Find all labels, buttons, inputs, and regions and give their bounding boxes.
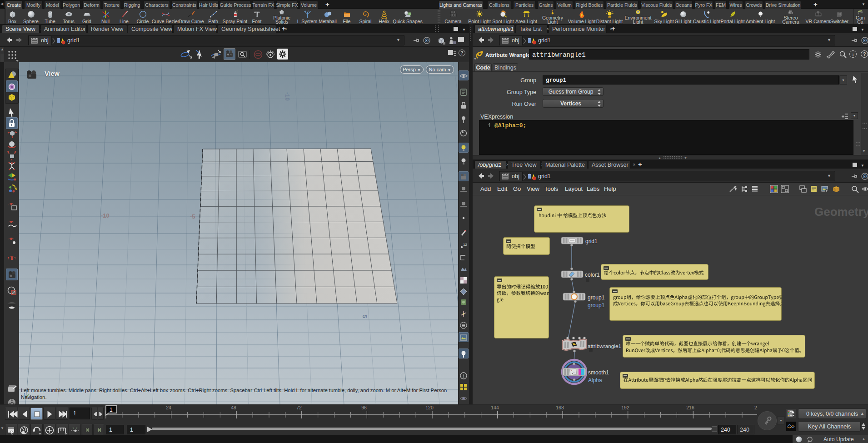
svg-text:i: i <box>463 373 464 378</box>
svg-text:-5: -5 <box>190 213 195 220</box>
svg-text:-10: -10 <box>101 212 110 219</box>
svg-text:1: 1 <box>110 407 113 413</box>
svg-text:12: 12 <box>463 243 467 247</box>
svg-text:-10: -10 <box>284 92 291 101</box>
svg-text:5: 5 <box>361 315 368 318</box>
